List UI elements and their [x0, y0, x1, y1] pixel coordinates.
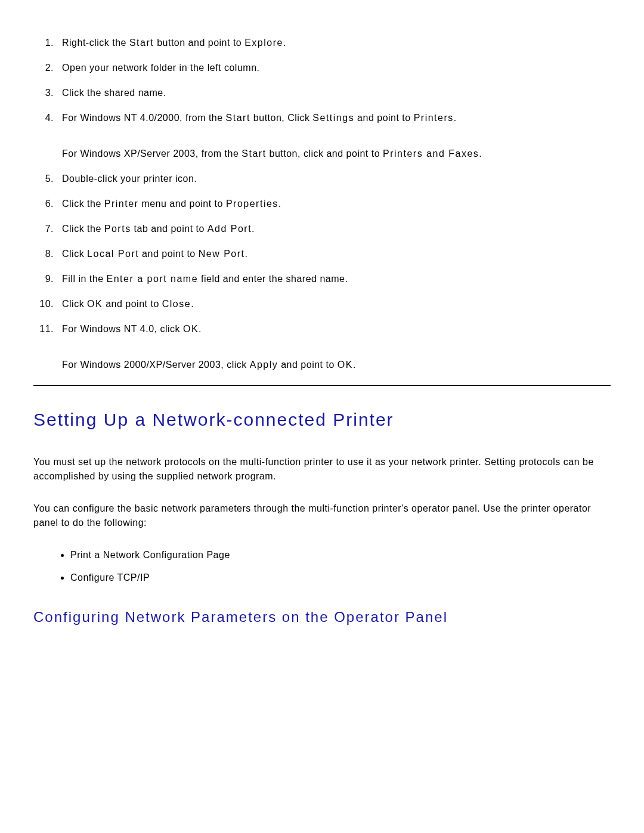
step-number: 9. — [33, 272, 62, 286]
bullet-item: Print a Network Configuration Page — [70, 548, 611, 562]
step-text: Fill in the Enter a port name field and … — [62, 272, 611, 286]
step-text: Click the Printer menu and point to Prop… — [62, 197, 611, 211]
step-number: 5. — [33, 172, 62, 186]
intro-paragraph-2: You can configure the basic network para… — [33, 501, 611, 530]
step-item: 3.Click the shared name. — [33, 86, 611, 100]
step-item: 10.Click OK and point to Close. — [33, 297, 611, 311]
step-item: 11.For Windows NT 4.0, click OK.For Wind… — [33, 322, 611, 372]
step-number: 11. — [33, 322, 62, 372]
step-text: Click Local Port and point to New Port. — [62, 247, 611, 261]
step-item: 5.Double-click your printer icon. — [33, 172, 611, 186]
subsection-heading: Configuring Network Parameters on the Op… — [33, 609, 611, 625]
step-number: 1. — [33, 36, 62, 50]
bullet-list: Print a Network Configuration PageConfig… — [33, 548, 611, 585]
step-text: Click the shared name. — [62, 86, 611, 100]
step-text: Open your network folder in the left col… — [62, 61, 611, 75]
numbered-steps: 1.Right-click the Start button and point… — [33, 36, 611, 372]
step-item: 7.Click the Ports tab and point to Add P… — [33, 222, 611, 236]
step-number: 7. — [33, 222, 62, 236]
step-item: 1.Right-click the Start button and point… — [33, 36, 611, 50]
step-text: For Windows NT 4.0/2000, from the Start … — [62, 111, 611, 161]
section-heading: Setting Up a Network-connected Printer — [33, 410, 611, 430]
step-item: 9.Fill in the Enter a port name field an… — [33, 272, 611, 286]
step-item: 6.Click the Printer menu and point to Pr… — [33, 197, 611, 211]
step-number: 10. — [33, 297, 62, 311]
step-item: 8.Click Local Port and point to New Port… — [33, 247, 611, 261]
step-text: Double-click your printer icon. — [62, 172, 611, 186]
step-subtext: For Windows XP/Server 2003, from the Sta… — [62, 147, 611, 161]
intro-paragraph-1: You must set up the network protocols on… — [33, 455, 611, 484]
step-text: Click the Ports tab and point to Add Por… — [62, 222, 611, 236]
step-text: Right-click the Start button and point t… — [62, 36, 611, 50]
step-number: 8. — [33, 247, 62, 261]
step-number: 4. — [33, 111, 62, 161]
step-text: For Windows NT 4.0, click OK.For Windows… — [62, 322, 611, 372]
step-text: Click OK and point to Close. — [62, 297, 611, 311]
section-divider — [33, 385, 611, 386]
step-number: 3. — [33, 86, 62, 100]
step-number: 6. — [33, 197, 62, 211]
step-subtext: For Windows 2000/XP/Server 2003, click A… — [62, 358, 611, 372]
step-number: 2. — [33, 61, 62, 75]
step-item: 2.Open your network folder in the left c… — [33, 61, 611, 75]
step-item: 4.For Windows NT 4.0/2000, from the Star… — [33, 111, 611, 161]
bullet-item: Configure TCP/IP — [70, 571, 611, 585]
